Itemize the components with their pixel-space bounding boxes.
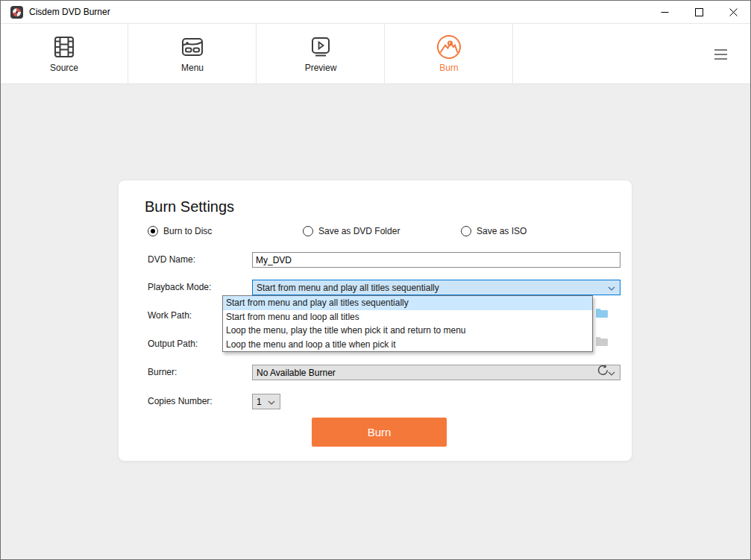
tab-menu[interactable]: Menu <box>129 24 257 84</box>
panel-title: Burn Settings <box>145 198 234 215</box>
tab-preview[interactable]: Preview <box>257 24 385 84</box>
tab-source-label: Source <box>50 63 78 73</box>
copies-number-label: Copies Number: <box>148 394 213 409</box>
preview-player-icon <box>308 34 333 60</box>
burn-settings-panel: Burn Settings Burn to Disc Save as DVD F… <box>118 180 632 462</box>
playback-option[interactable]: Loop the menu and loop a title when pick… <box>223 338 592 352</box>
hamburger-menu-icon[interactable] <box>714 49 727 63</box>
radio-label: Save as DVD Folder <box>318 226 400 236</box>
playback-mode-select[interactable]: Start from menu and play all titles sequ… <box>252 280 620 295</box>
burn-disc-icon <box>436 34 462 60</box>
tab-burn[interactable]: Burn <box>386 24 513 84</box>
playback-mode-row: Playback Mode: Start from menu and play … <box>148 280 612 295</box>
burn-button[interactable]: Burn <box>312 418 447 447</box>
window-title: Cisdem DVD Burner <box>29 7 110 17</box>
work-path-browse-button[interactable] <box>595 307 610 321</box>
copies-number-value: 1 <box>257 397 262 407</box>
menu-template-icon <box>180 34 205 60</box>
burner-label: Burner: <box>148 365 177 380</box>
dvd-name-input[interactable] <box>252 252 620 268</box>
tab-preview-label: Preview <box>305 63 337 73</box>
tab-burn-label: Burn <box>439 63 458 73</box>
playback-mode-label: Playback Mode: <box>148 280 211 295</box>
window-controls <box>647 1 750 23</box>
radio-button-icon <box>148 226 158 236</box>
work-path-label: Work Path: <box>148 308 192 324</box>
output-path-label: Output Path: <box>148 336 198 352</box>
film-strip-icon <box>51 34 77 60</box>
radio-burn-to-disc[interactable]: Burn to Disc <box>148 226 212 236</box>
refresh-burner-button[interactable] <box>597 364 612 377</box>
burner-select[interactable]: No Available Burner <box>252 365 620 380</box>
output-path-browse-button[interactable] <box>595 336 610 349</box>
maximize-icon <box>695 8 703 16</box>
app-logo-icon <box>10 6 23 19</box>
maximize-button[interactable] <box>682 1 716 23</box>
tab-source[interactable]: Source <box>1 24 128 84</box>
output-type-radios: Burn to Disc Save as DVD Folder Save as … <box>119 226 632 239</box>
content-area: Burn Settings Burn to Disc Save as DVD F… <box>1 85 750 559</box>
close-button[interactable] <box>716 1 750 23</box>
playback-option[interactable]: Loop the menu, play the title when pick … <box>223 324 592 338</box>
dvd-name-row: DVD Name: <box>148 252 612 268</box>
playback-option[interactable]: Start from menu and loop all titles <box>223 310 592 324</box>
burner-value: No Available Burner <box>257 368 336 378</box>
radio-save-as-iso[interactable]: Save as ISO <box>461 226 527 236</box>
dvd-name-label: DVD Name: <box>148 252 195 268</box>
toolbar: Source Menu Prev <box>1 23 750 84</box>
radio-label: Save as ISO <box>477 226 527 236</box>
playback-mode-dropdown-list: Start from menu and play all titles sequ… <box>222 295 593 352</box>
folder-blue-icon <box>595 307 609 319</box>
playback-option[interactable]: Start from menu and play all titles sequ… <box>223 296 592 310</box>
tab-menu-label: Menu <box>181 63 204 73</box>
title-bar: Cisdem DVD Burner <box>1 1 750 23</box>
radio-button-icon <box>303 226 313 236</box>
burner-row: Burner: No Available Burner <box>148 365 612 380</box>
radio-save-as-dvd-folder[interactable]: Save as DVD Folder <box>303 226 400 236</box>
chevron-down-icon <box>268 400 275 405</box>
folder-gray-icon <box>595 336 609 347</box>
close-icon <box>729 8 738 16</box>
copies-number-row: Copies Number: 1 <box>148 394 612 409</box>
minimize-button[interactable] <box>647 1 682 23</box>
radio-label: Burn to Disc <box>163 226 212 236</box>
minimize-icon <box>661 8 669 16</box>
chevron-down-icon <box>608 286 615 291</box>
playback-mode-value: Start from menu and play all titles sequ… <box>257 283 439 293</box>
refresh-icon <box>597 364 609 377</box>
app-window: Cisdem DVD Burner <box>0 0 751 560</box>
radio-button-icon <box>461 226 471 236</box>
copies-number-select[interactable]: 1 <box>252 394 280 409</box>
